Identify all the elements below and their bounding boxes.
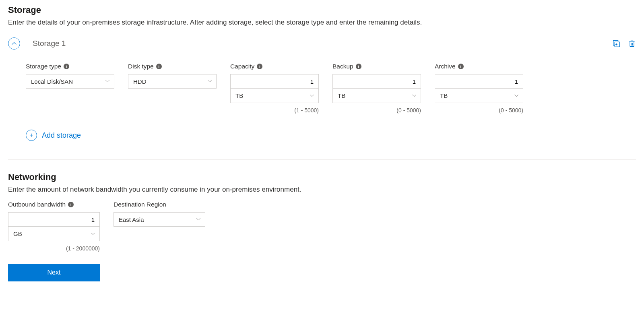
backup-unit-select[interactable]: TB [332,89,421,103]
capacity-hint: (1 - 5000) [230,107,319,114]
storage-type-label: Storage type i [26,63,114,70]
next-button[interactable]: Next [8,264,100,281]
chevron-down-icon [105,79,110,84]
capacity-input[interactable] [230,74,319,89]
add-storage-button[interactable]: + Add storage [26,130,81,141]
disk-type-label: Disk type i [128,63,217,70]
info-icon[interactable]: i [458,64,464,69]
archive-unit-select[interactable]: TB [435,89,523,103]
chevron-down-icon [412,93,417,98]
section-divider [8,159,636,160]
region-select[interactable]: East Asia [114,212,205,227]
outbound-unit-select[interactable]: GB [8,227,100,241]
info-icon[interactable]: i [156,64,162,69]
outbound-input[interactable] [8,212,100,227]
disk-type-select[interactable]: HDD [128,74,217,89]
info-icon[interactable]: i [356,64,361,69]
duplicate-icon[interactable] [612,39,621,48]
collapse-toggle[interactable] [8,37,20,50]
storage-name-input[interactable] [26,34,606,53]
chevron-down-icon [514,93,519,98]
archive-label: Archive i [435,63,523,70]
delete-icon[interactable] [628,39,636,48]
backup-input[interactable] [332,74,421,89]
capacity-unit-select[interactable]: TB [230,89,319,103]
chevron-down-icon [310,93,314,98]
outbound-hint: (1 - 2000000) [8,245,100,252]
archive-hint: (0 - 5000) [435,107,523,114]
region-label: Destination Region [114,201,205,208]
chevron-down-icon [91,231,95,236]
archive-input[interactable] [435,74,523,89]
chevron-down-icon [207,79,212,84]
outbound-label: Outbound bandwidth i [8,201,100,208]
storage-description: Enter the details of your on-premises st… [8,19,636,27]
networking-heading: Networking [8,172,636,182]
info-icon[interactable]: i [64,64,69,69]
info-icon[interactable]: i [257,64,262,69]
backup-hint: (0 - 5000) [332,107,421,114]
storage-heading: Storage [8,5,636,15]
backup-label: Backup i [332,63,421,70]
chevron-down-icon [196,217,201,222]
storage-type-select[interactable]: Local Disk/SAN [26,74,114,89]
chevron-up-icon [11,41,17,46]
networking-description: Enter the amount of network bandwidth yo… [8,186,636,194]
capacity-label: Capacity i [230,63,319,70]
info-icon[interactable]: i [68,202,74,207]
plus-icon: + [26,130,37,141]
